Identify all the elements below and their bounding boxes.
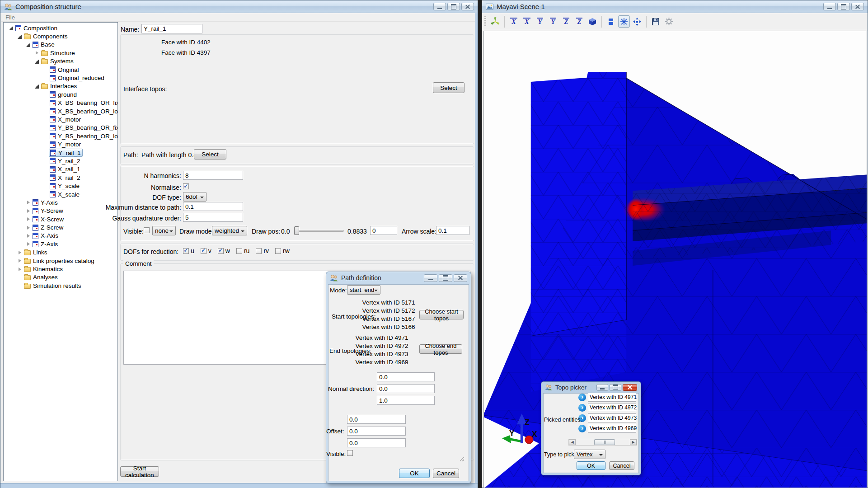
dof-checkbox[interactable] (256, 248, 262, 254)
entity-arrow-icon[interactable] (578, 425, 586, 432)
dof-checkbox[interactable] (275, 248, 281, 254)
path-select-button[interactable]: Select (194, 149, 226, 160)
tree-expander-icon[interactable] (42, 150, 49, 155)
tree-expander-icon[interactable] (42, 108, 49, 114)
horizontal-scrollbar[interactable]: ◀ ▶ (568, 439, 637, 446)
tree-expander-icon[interactable] (17, 283, 23, 288)
tree-item[interactable]: Base (4, 41, 117, 49)
normalise-checkbox[interactable] (183, 183, 189, 189)
tree-expander-icon[interactable] (25, 233, 32, 239)
picked-entity-field[interactable]: Vertex with ID 4971 (588, 393, 636, 402)
normal-direction-x-input[interactable]: 0.0 (377, 372, 435, 381)
tree-item[interactable]: Simulation results (4, 282, 117, 290)
resize-grip[interactable] (458, 455, 464, 462)
minimize-icon[interactable] (823, 3, 836, 10)
tree-expander-icon[interactable] (8, 25, 14, 31)
tree-expander-icon[interactable] (17, 258, 23, 263)
path-cancel-button[interactable]: Cancel (433, 469, 459, 478)
tree-expander-icon[interactable] (42, 158, 49, 164)
gauss-order-input[interactable]: 5 (183, 213, 243, 222)
tree-item[interactable]: Composition (4, 24, 117, 32)
scrollbar-thumb[interactable] (594, 439, 615, 445)
tree-expander-icon[interactable] (17, 250, 23, 255)
tree-item[interactable]: Z-Screw (4, 223, 117, 231)
maximize-icon[interactable] (447, 3, 460, 10)
minimize-icon[interactable] (433, 3, 446, 10)
axis-view-icon[interactable]: X (521, 15, 533, 28)
scrollbar-track[interactable] (576, 439, 630, 445)
topo-ok-button[interactable]: OK (577, 461, 605, 470)
interface-select-button[interactable]: Select (433, 82, 464, 93)
tree-item[interactable]: X_BS_bearing_OR_lo... (4, 107, 117, 115)
tree-expander-icon[interactable] (25, 200, 32, 205)
tree-expander-icon[interactable] (17, 267, 23, 272)
offset-y-input[interactable]: 0.0 (347, 427, 406, 436)
tree-item[interactable]: X-Axis (4, 232, 117, 240)
dof-option[interactable]: w (218, 247, 230, 254)
dof-checkbox[interactable] (236, 248, 242, 254)
close-icon[interactable] (623, 384, 637, 391)
tree-item[interactable]: Y_motor (4, 140, 117, 148)
parallel-projection-icon[interactable] (605, 15, 617, 28)
visible-checkbox[interactable] (144, 227, 150, 233)
tree-expander-icon[interactable] (42, 183, 49, 189)
tree-item[interactable]: Components (4, 32, 117, 40)
tree-expander-icon[interactable] (34, 59, 40, 64)
entity-arrow-icon[interactable] (578, 394, 586, 401)
composition-window-titlebar[interactable]: Composition structure (0, 0, 478, 13)
draw-pos-slider-track[interactable] (294, 230, 344, 232)
normal-direction-y-input[interactable]: 0.0 (377, 384, 435, 393)
maximize-icon[interactable] (610, 384, 621, 391)
close-icon[interactable] (454, 274, 467, 282)
maximize-icon[interactable] (439, 274, 452, 282)
isometric-view-icon[interactable] (586, 15, 598, 28)
tree-item[interactable]: ground (4, 90, 117, 99)
tree-expander-icon[interactable] (42, 175, 49, 180)
tree-expander-icon[interactable] (42, 75, 49, 81)
dof-option[interactable]: ru (236, 247, 249, 254)
minimize-icon[interactable] (424, 274, 437, 282)
tree-expander-icon[interactable] (25, 225, 32, 230)
mayavi-logo-icon[interactable] (489, 15, 501, 28)
draw-pos-input[interactable]: 0 (370, 226, 397, 235)
start-calculation-button[interactable]: Start calculation (120, 466, 159, 477)
picked-entity-field[interactable]: Vertex with ID 4973 (588, 413, 636, 422)
tree-item[interactable]: X_BS_bearing_OR_fixed (4, 99, 117, 107)
minimize-icon[interactable] (596, 384, 608, 391)
dof-option[interactable]: rw (275, 247, 290, 254)
toolbar-grip[interactable] (484, 16, 486, 27)
path-ok-button[interactable]: OK (399, 469, 430, 478)
tree-item[interactable]: Links (4, 249, 117, 257)
save-icon[interactable] (650, 15, 662, 28)
path-dialog-titlebar[interactable]: Path definition (326, 272, 471, 284)
topo-cancel-button[interactable]: Cancel (609, 461, 634, 470)
tree-item[interactable]: Y_rail_2 (4, 157, 117, 165)
tree-expander-icon[interactable] (42, 133, 49, 139)
choose-start-topos-button[interactable]: Choose start topos (419, 310, 464, 319)
dof-option[interactable]: v (201, 247, 211, 254)
scroll-right-icon[interactable]: ▶ (630, 439, 637, 445)
arrow-scale-input[interactable]: 0.1 (436, 226, 469, 235)
scroll-left-icon[interactable]: ◀ (569, 439, 576, 445)
topo-dialog-titlebar[interactable]: Topo picker (541, 382, 641, 393)
rotate-interaction-icon[interactable] (618, 15, 630, 28)
dof-checkbox[interactable] (201, 248, 206, 254)
tree-item[interactable]: Y_BS_bearing_OR_lo... (4, 132, 117, 140)
picked-entity-field[interactable]: Vertex with ID 4972 (588, 403, 636, 412)
tree-item[interactable]: Link properties catalog (4, 257, 117, 265)
tree-expander-icon[interactable] (42, 192, 49, 197)
tree-item[interactable]: Kinematics (4, 265, 117, 273)
tree-expander-icon[interactable] (42, 167, 49, 172)
tree-expander-icon[interactable] (42, 142, 49, 147)
tree-item[interactable]: Original (4, 66, 117, 74)
composition-tree[interactable]: Composition Components Base (3, 22, 118, 481)
entity-arrow-icon[interactable] (578, 404, 586, 412)
close-icon[interactable] (851, 3, 864, 10)
offset-x-input[interactable]: 0.0 (347, 415, 406, 424)
tree-item[interactable]: Y_rail_1 (4, 149, 117, 157)
visible-mode-dropdown[interactable]: none (152, 226, 176, 235)
axis-view-icon[interactable]: Y (547, 15, 559, 28)
tree-expander-icon[interactable] (25, 241, 32, 247)
choose-end-topos-button[interactable]: Choose end topos (419, 344, 462, 354)
axis-view-icon[interactable]: Z (573, 15, 585, 28)
